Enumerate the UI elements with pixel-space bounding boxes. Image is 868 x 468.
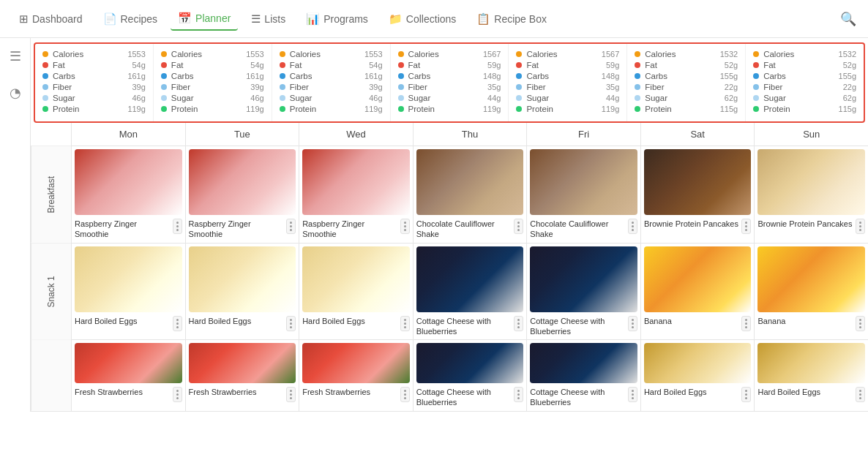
food-menu-button[interactable] xyxy=(514,219,523,234)
food-menu-button[interactable] xyxy=(286,387,296,402)
nav-lists[interactable]: ☰ Lists xyxy=(244,8,293,30)
snack2-row: Fresh StrawberriesFresh StrawberriesFres… xyxy=(31,340,868,412)
food-name-row: Hard Boiled Eggs xyxy=(189,316,296,331)
day-wed: Wed xyxy=(299,123,413,146)
nutrition-item: Carbs 148g xyxy=(516,72,619,80)
nutrition-value: 22g xyxy=(843,83,856,91)
nutrition-label: Protein xyxy=(526,105,601,113)
food-menu-button[interactable] xyxy=(173,316,182,331)
food-menu-button[interactable] xyxy=(173,219,182,234)
nutrition-value: 59g xyxy=(487,61,501,69)
snack1-image-day5 xyxy=(644,246,752,312)
food-name: Chocolate Cauliflower Shake xyxy=(530,219,628,240)
food-name-row: Brownie Protein Pancakes xyxy=(757,219,865,234)
food-name: Hard Boiled Eggs xyxy=(302,316,400,326)
nutrition-label: Carbs xyxy=(645,72,719,80)
nutrition-value: 161g xyxy=(364,72,382,80)
nav-recipe-box-label: Recipe Box xyxy=(494,13,547,25)
nutrition-item: Fat 54g xyxy=(280,61,383,69)
food-name-row: Chocolate Cauliflower Shake xyxy=(530,219,637,240)
nutrition-label: Fiber xyxy=(645,83,725,91)
food-name-row: Raspberry Zinger Smoothie xyxy=(75,219,182,240)
food-menu-button[interactable] xyxy=(514,387,523,402)
snack2-image-day1 xyxy=(189,343,296,383)
snack2-image-day4 xyxy=(530,343,637,383)
nutrition-value: 155g xyxy=(839,72,856,80)
nutrition-value: 59g xyxy=(606,61,619,69)
snack1-cell-day0: Hard Boiled Eggs xyxy=(71,244,185,340)
nav-dashboard-label: Dashboard xyxy=(32,13,83,25)
sidebar-chart-icon[interactable]: ◔ xyxy=(7,82,24,104)
nav-programs[interactable]: 📊 Programs xyxy=(299,8,375,30)
nutrition-item: Protein 119g xyxy=(516,105,619,113)
nav-programs-label: Programs xyxy=(323,13,368,25)
food-menu-button[interactable] xyxy=(628,387,637,402)
nutrition-value: 119g xyxy=(483,105,501,113)
food-menu-button[interactable] xyxy=(400,387,410,402)
nav-collections-label: Collections xyxy=(406,13,456,25)
snack1-image-day6 xyxy=(757,246,865,312)
food-menu-button[interactable] xyxy=(514,316,523,331)
nutrition-item: Fiber 22g xyxy=(753,83,856,91)
food-menu-button[interactable] xyxy=(856,219,865,234)
nutrition-value: 1553 xyxy=(127,50,145,58)
nutrition-summary: Calories 1553 Fat 54g Carbs 161g Fiber 3… xyxy=(34,42,865,123)
nav-dashboard[interactable]: ⊞ Dashboard xyxy=(12,8,90,30)
food-menu-button[interactable] xyxy=(286,219,296,234)
nutrition-item: Fat 54g xyxy=(42,61,146,69)
food-name: Brownie Protein Pancakes xyxy=(757,219,856,229)
nutrition-value: 161g xyxy=(246,72,263,80)
food-menu-button[interactable] xyxy=(286,316,296,331)
snack1-cell-day3: Cottage Cheese with Blueberries xyxy=(413,244,527,340)
nutrition-label: Calories xyxy=(53,50,127,58)
programs-icon: 📊 xyxy=(306,12,320,26)
nutrition-dot xyxy=(42,106,48,112)
nutrition-value: 54g xyxy=(132,61,146,69)
nutrition-item: Fiber 22g xyxy=(635,83,738,91)
nutrition-label: Sugar xyxy=(171,94,251,102)
food-menu-button[interactable] xyxy=(173,387,182,402)
nav-recipes[interactable]: 📄 Recipes xyxy=(96,8,165,30)
nutrition-label: Sugar xyxy=(53,94,132,102)
nav-lists-label: Lists xyxy=(264,13,285,25)
food-menu-button[interactable] xyxy=(856,387,865,402)
food-menu-button[interactable] xyxy=(628,316,637,331)
food-menu-button[interactable] xyxy=(856,316,865,331)
nutrition-label: Fat xyxy=(645,61,725,69)
nutrition-value: 119g xyxy=(127,105,145,113)
breakfast-image-day3 xyxy=(416,149,524,215)
food-name-row: Hard Boiled Eggs xyxy=(757,387,865,402)
food-name: Hard Boiled Eggs xyxy=(644,387,742,397)
food-menu-button[interactable] xyxy=(628,219,637,234)
nutrition-label: Carbs xyxy=(290,72,364,80)
sidebar-menu-icon[interactable]: ☰ xyxy=(7,45,24,67)
nutrition-value: 1567 xyxy=(602,50,619,58)
nutrition-value: 119g xyxy=(246,105,263,113)
nutrition-dot xyxy=(635,84,640,90)
nav-planner[interactable]: 📅 Planner xyxy=(171,7,238,31)
nutrition-item: Carbs 161g xyxy=(161,72,264,80)
nutrition-value: 62g xyxy=(843,94,856,102)
snack1-cell-day4: Cottage Cheese with Blueberries xyxy=(526,244,640,340)
nutrition-dot xyxy=(280,73,285,79)
nav-collections[interactable]: 📁 Collections xyxy=(381,8,463,30)
food-menu-button[interactable] xyxy=(741,387,751,402)
main-content: ☰ ◔ Calories 1553 Fat 54g Carbs 161g Fib… xyxy=(0,38,868,412)
search-icon[interactable]: 🔍 xyxy=(840,11,856,27)
food-menu-button[interactable] xyxy=(741,219,751,234)
food-menu-button[interactable] xyxy=(741,316,751,331)
day-fri: Fri xyxy=(526,123,640,146)
nutrition-item: Carbs 155g xyxy=(635,72,738,80)
nutrition-item: Fiber 39g xyxy=(161,83,264,91)
food-menu-button[interactable] xyxy=(400,316,410,331)
nutrition-item: Sugar 62g xyxy=(753,94,856,102)
nutrition-item: Sugar 46g xyxy=(42,94,146,102)
nutrition-label: Protein xyxy=(171,105,246,113)
nutrition-label: Fat xyxy=(171,61,251,69)
food-name-row: Cottage Cheese with Blueberries xyxy=(416,387,524,408)
nutrition-item: Sugar 62g xyxy=(635,94,738,102)
nav-recipe-box[interactable]: 📋 Recipe Box xyxy=(469,8,554,30)
nutrition-dot xyxy=(516,62,522,68)
food-menu-button[interactable] xyxy=(400,219,410,234)
recipe-box-icon: 📋 xyxy=(476,12,490,26)
